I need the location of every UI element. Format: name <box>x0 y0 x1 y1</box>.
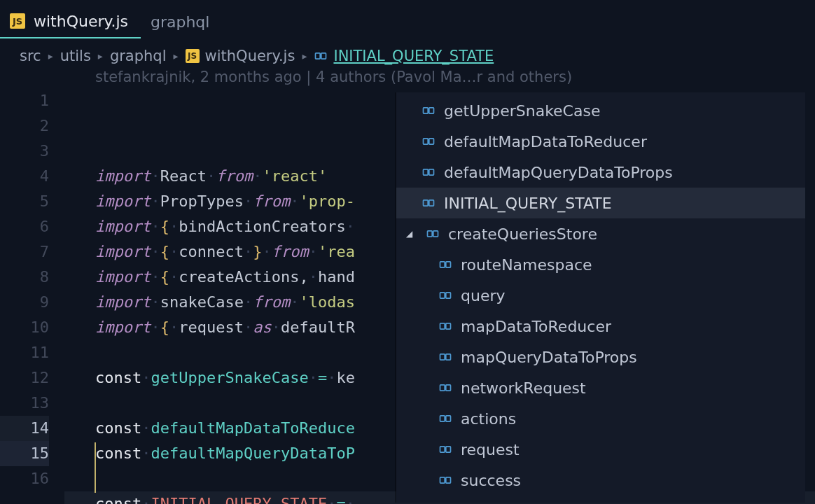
svg-rect-20 <box>440 385 445 391</box>
svg-rect-6 <box>424 169 429 175</box>
outline-item-label: routeNamespace <box>461 256 592 274</box>
crumb-graphql[interactable]: graphql <box>110 48 167 64</box>
svg-rect-10 <box>428 231 433 237</box>
line-number: 11 <box>0 340 49 365</box>
outline-item-label: getUpperSnakeCase <box>444 102 600 120</box>
symbol-variable-icon <box>438 381 452 395</box>
outline-item[interactable]: mapQueryDataToProps <box>396 342 805 372</box>
symbol-variable-icon <box>438 319 452 333</box>
svg-rect-12 <box>440 262 445 267</box>
svg-rect-25 <box>446 447 451 452</box>
svg-rect-16 <box>440 323 445 329</box>
svg-rect-19 <box>446 354 451 360</box>
svg-rect-22 <box>440 416 445 421</box>
line-number: 3 <box>0 139 49 164</box>
svg-rect-8 <box>424 200 429 206</box>
symbol-variable-icon <box>422 165 436 179</box>
svg-rect-26 <box>440 477 445 483</box>
outline-item[interactable]: INITIAL_QUERY_STATE <box>396 188 805 218</box>
chevron-down-icon[interactable]: ◢ <box>406 229 417 239</box>
symbol-variable-icon <box>314 49 328 63</box>
outline-item[interactable]: networkRequest <box>396 372 805 403</box>
symbol-variable-icon <box>422 196 436 210</box>
outline-item[interactable]: defaultMapQueryDataToProps <box>396 157 805 188</box>
tabs-bar: JS withQuery.js graphql <box>0 0 815 39</box>
crumb-src[interactable]: src <box>20 48 41 64</box>
outline-item[interactable]: ◢createQueriesStore <box>396 218 805 249</box>
svg-rect-9 <box>429 200 434 206</box>
git-blame-header: stefankrajnik, 2 months ago | 4 authors … <box>0 66 815 85</box>
tab-label: withQuery.js <box>34 13 128 30</box>
svg-rect-5 <box>429 139 434 144</box>
svg-rect-18 <box>440 354 445 360</box>
tab-graphql[interactable]: graphql <box>141 5 222 38</box>
line-number: 4 <box>0 164 49 189</box>
chevron-right-icon: ▸ <box>302 50 307 62</box>
outline-item-label: actions <box>461 410 516 428</box>
symbol-variable-icon <box>422 134 436 148</box>
line-number: 13 <box>0 391 49 416</box>
symbol-outline-popup[interactable]: getUpperSnakeCasedefaultMapDataToReducer… <box>396 92 805 503</box>
outline-item[interactable]: success <box>396 465 805 496</box>
outline-item-label: request <box>461 441 520 458</box>
svg-rect-21 <box>446 385 451 391</box>
crumb-symbol[interactable]: INITIAL_QUERY_STATE <box>333 48 494 64</box>
line-number: 9 <box>0 290 49 315</box>
outline-item-label: query <box>461 287 506 304</box>
outline-item-label: mapDataToReducer <box>461 318 611 335</box>
js-file-icon: JS <box>186 49 200 63</box>
outline-item[interactable]: actions <box>396 403 805 434</box>
symbol-variable-icon <box>438 258 452 272</box>
outline-item[interactable]: query <box>396 280 805 311</box>
line-gutter: 12345678910111213141516 <box>0 88 64 504</box>
outline-item-label: defaultMapDataToReducer <box>444 133 647 150</box>
js-file-icon: JS <box>10 13 25 29</box>
svg-rect-23 <box>446 416 451 421</box>
svg-rect-11 <box>433 231 438 237</box>
svg-rect-14 <box>440 293 445 298</box>
indent-guide <box>95 442 96 493</box>
symbol-variable-icon <box>438 473 452 487</box>
symbol-variable-icon <box>422 104 436 118</box>
line-number: 6 <box>0 214 49 239</box>
crumb-utils[interactable]: utils <box>60 48 91 64</box>
line-number: 2 <box>0 113 49 139</box>
svg-rect-3 <box>429 108 434 113</box>
tab-withquery[interactable]: JS withQuery.js <box>0 5 141 38</box>
svg-rect-7 <box>429 169 434 175</box>
svg-rect-27 <box>446 477 451 483</box>
outline-item[interactable]: mapDataToReducer <box>396 311 805 342</box>
svg-rect-13 <box>446 262 451 267</box>
svg-rect-15 <box>446 293 451 298</box>
outline-item[interactable]: getUpperSnakeCase <box>396 95 805 126</box>
outline-item-label: success <box>461 472 521 489</box>
line-number: 15 <box>0 441 49 466</box>
crumb-file[interactable]: withQuery.js <box>205 48 295 64</box>
svg-rect-2 <box>424 108 429 113</box>
outline-item-label: defaultMapQueryDataToProps <box>444 164 673 181</box>
outline-item[interactable]: defaultMapDataToReducer <box>396 126 805 157</box>
outline-item-label: createQueriesStore <box>448 225 597 243</box>
line-number: 10 <box>0 315 49 340</box>
line-number: 16 <box>0 466 49 491</box>
symbol-variable-icon <box>438 442 452 456</box>
symbol-variable-icon <box>438 288 452 302</box>
chevron-right-icon: ▸ <box>174 50 179 62</box>
chevron-right-icon: ▸ <box>48 50 53 62</box>
outline-item[interactable]: routeNamespace <box>396 249 805 280</box>
chevron-right-icon: ▸ <box>98 50 103 62</box>
line-number: 14 <box>0 416 49 441</box>
svg-rect-17 <box>446 323 451 329</box>
line-number: 5 <box>0 189 49 214</box>
svg-rect-0 <box>316 53 321 59</box>
line-number: 7 <box>0 239 49 265</box>
outline-item-label: networkRequest <box>461 379 586 397</box>
tab-label: graphql <box>151 13 209 31</box>
line-number: 1 <box>0 88 49 113</box>
outline-item-label: INITIAL_QUERY_STATE <box>444 195 612 212</box>
symbol-variable-icon <box>438 412 452 426</box>
symbol-variable-icon <box>438 350 452 364</box>
outline-item[interactable]: request <box>396 434 805 465</box>
svg-rect-1 <box>321 53 326 59</box>
breadcrumb: src ▸ utils ▸ graphql ▸ JS withQuery.js … <box>0 39 815 66</box>
